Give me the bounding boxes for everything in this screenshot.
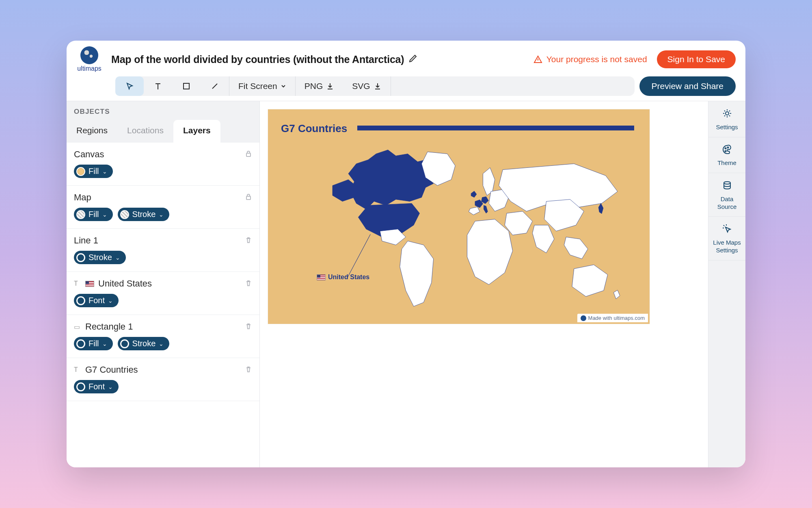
us-flag-icon — [317, 274, 326, 280]
svg-point-7 — [724, 182, 730, 184]
chevron-down-icon: ⌄ — [115, 254, 120, 261]
brand-name: ultimaps — [77, 65, 102, 72]
tab-regions[interactable]: Regions — [67, 120, 117, 143]
text-icon: T — [74, 280, 81, 287]
chip-fill[interactable]: Fill⌄ — [74, 208, 113, 221]
label-united-states[interactable]: United States — [317, 274, 369, 281]
zoom-select[interactable]: Fit Screen — [229, 81, 295, 91]
chip-label: Fill — [89, 210, 99, 219]
region-canada — [348, 150, 434, 209]
rail-label: Live Maps Settings — [711, 239, 743, 254]
region-australia — [572, 265, 608, 297]
region-italy — [484, 205, 488, 213]
region-germany — [482, 197, 489, 204]
tool-cursor[interactable] — [115, 76, 144, 96]
toolbar-row: Fit Screen PNG SVG Preview and Share — [67, 76, 745, 101]
tab-layers[interactable]: Layers — [173, 120, 220, 143]
region-japan — [598, 203, 603, 213]
edit-title-icon[interactable] — [408, 54, 418, 65]
chip-font[interactable]: Font⌄ — [74, 294, 119, 307]
trash-icon[interactable] — [245, 236, 252, 245]
chevron-down-icon — [281, 83, 286, 89]
region-nz — [613, 290, 620, 299]
layer-item[interactable]: MapFill⌄Stroke⌄ — [67, 186, 259, 229]
rail-label: Settings — [716, 124, 738, 131]
layer-item[interactable]: T United StatesFont⌄ — [67, 272, 259, 315]
rail-settings[interactable]: Settings — [708, 101, 745, 137]
tool-rectangle[interactable] — [172, 76, 201, 96]
swatch-icon — [76, 210, 85, 219]
objects-label: OBJECTS — [67, 101, 259, 120]
download-icon — [326, 82, 334, 90]
region-spain — [469, 207, 479, 215]
download-icon — [374, 82, 382, 90]
sidebar: OBJECTS RegionsLocationsLayers CanvasFil… — [67, 101, 260, 467]
svg-rect-0 — [184, 83, 189, 89]
layer-name: ▭Rectangle 1 — [74, 321, 133, 332]
text-icon: T — [74, 366, 81, 373]
tool-line[interactable] — [201, 76, 229, 96]
lock-icon[interactable] — [245, 193, 252, 202]
layer-item[interactable]: CanvasFill⌄ — [67, 143, 259, 186]
tab-locations[interactable]: Locations — [117, 120, 173, 143]
sign-in-button[interactable]: Sign In to Save — [657, 50, 736, 68]
region-uk — [471, 191, 477, 198]
svg-point-3 — [726, 112, 729, 115]
rail-label: Data Source — [711, 195, 743, 211]
header: ultimaps Map of the world divided by cou… — [67, 41, 745, 76]
us-flag-icon — [85, 281, 94, 287]
brand-logo[interactable]: ultimaps — [74, 46, 105, 72]
layer-name: TG7 Countries — [74, 365, 138, 375]
chip-stroke[interactable]: Stroke⌄ — [118, 208, 170, 221]
svg-point-6 — [725, 150, 726, 152]
layer-name: Line 1 — [74, 235, 98, 246]
layer-item[interactable]: Line 1Stroke⌄ — [67, 229, 259, 272]
right-rail: SettingsThemeData SourceLive Maps Settin… — [708, 101, 745, 467]
chevron-down-icon: ⌄ — [159, 341, 164, 347]
lock-icon[interactable] — [245, 150, 252, 159]
export-png-button[interactable]: PNG — [296, 81, 343, 91]
palette-icon — [721, 144, 733, 157]
watermark: Made with ultimaps.com — [577, 314, 648, 322]
rail-live-maps-settings[interactable]: Live Maps Settings — [708, 217, 745, 260]
title-rule[interactable] — [357, 126, 634, 130]
trash-icon[interactable] — [245, 322, 252, 331]
svg-point-5 — [727, 147, 728, 148]
chevron-down-icon: ⌄ — [102, 341, 107, 347]
rail-label: Theme — [717, 159, 736, 167]
trash-icon[interactable] — [245, 365, 252, 374]
world-map[interactable] — [317, 146, 633, 313]
text-icon — [153, 82, 162, 91]
region-africa — [467, 219, 513, 284]
layer-item[interactable]: TG7 CountriesFont⌄ — [67, 358, 259, 401]
map-title[interactable]: G7 Countries — [281, 122, 347, 135]
chip-stroke[interactable]: Stroke⌄ — [74, 251, 126, 264]
region-south-america — [400, 241, 434, 306]
map-canvas[interactable]: G7 Countries — [268, 109, 650, 324]
chip-label: Font — [89, 382, 105, 391]
canvas-area[interactable]: G7 Countries — [260, 101, 708, 467]
chip-fill[interactable]: Fill⌄ — [74, 165, 113, 178]
chip-font[interactable]: Font⌄ — [74, 380, 119, 393]
rail-theme[interactable]: Theme — [708, 137, 745, 174]
layer-item[interactable]: ▭Rectangle 1Fill⌄Stroke⌄ — [67, 315, 259, 358]
export-svg-button[interactable]: SVG — [343, 81, 390, 91]
svg-rect-2 — [246, 196, 251, 200]
rectangle-icon — [182, 82, 190, 90]
trash-icon[interactable] — [245, 279, 252, 288]
chevron-down-icon: ⌄ — [108, 384, 113, 390]
page-title: Map of the world divided by countries (w… — [111, 54, 404, 65]
chevron-down-icon: ⌄ — [159, 211, 164, 218]
gear-icon — [721, 108, 733, 121]
tool-text[interactable] — [144, 76, 172, 96]
region-se-asia — [564, 237, 588, 259]
chip-fill[interactable]: Fill⌄ — [74, 337, 113, 350]
layer-name: T United States — [74, 278, 152, 289]
swatch-icon — [120, 339, 129, 348]
toolbar: Fit Screen PNG SVG — [115, 76, 635, 96]
rail-data-source[interactable]: Data Source — [708, 173, 745, 217]
preview-share-button[interactable]: Preview and Share — [639, 76, 736, 96]
globe-icon — [80, 46, 98, 64]
chip-stroke[interactable]: Stroke⌄ — [118, 337, 170, 350]
chevron-down-icon: ⌄ — [108, 297, 113, 304]
